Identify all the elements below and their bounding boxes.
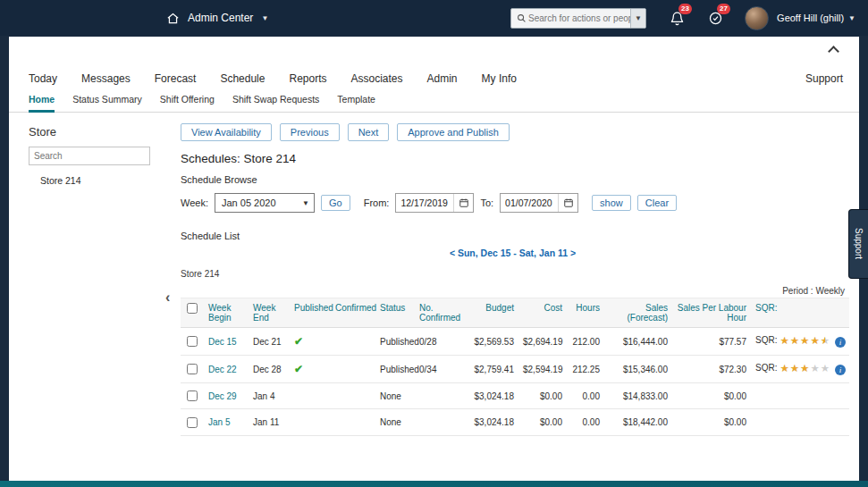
col-header-sqr[interactable]: SQR: xyxy=(751,298,849,328)
row-checkbox[interactable] xyxy=(187,364,198,374)
approvals-button[interactable]: 27 xyxy=(708,11,723,26)
table-row: Jan 5Jan 11None$3,024.18$0.000.00$18,442… xyxy=(181,409,849,435)
collapse-window-chevron-icon[interactable] xyxy=(828,46,839,57)
collapse-sidebar-chevron-icon[interactable]: ‹ xyxy=(165,290,170,305)
tab-my-info[interactable]: My Info xyxy=(482,72,517,85)
user-menu[interactable]: Geoff Hill (ghill) ▼ xyxy=(777,13,855,23)
to-date-input[interactable] xyxy=(501,197,558,208)
tab-schedule[interactable]: Schedule xyxy=(220,72,265,85)
schedule-list-label: Schedule List xyxy=(181,231,845,241)
tab-support[interactable]: Support xyxy=(805,72,843,85)
week-begin-link[interactable]: Jan 5 xyxy=(208,417,230,427)
week-begin-link[interactable]: Dec 29 xyxy=(208,391,237,401)
sidebar-items: Store 214 xyxy=(29,175,150,186)
sidebar-search-input[interactable] xyxy=(29,147,150,165)
cell-sales-per-labour-hour: $77.57 xyxy=(672,328,751,356)
from-calendar-button[interactable] xyxy=(453,194,473,212)
topbar: Admin Center ▼ ▼ 23 27 Geoff Hill (ghill xyxy=(0,0,868,36)
cell-week-begin: Dec 15 xyxy=(204,328,249,356)
published-check-icon: ✔ xyxy=(294,335,303,348)
cell-week-begin: Dec 29 xyxy=(204,383,249,409)
support-side-tab[interactable]: Support xyxy=(848,209,868,279)
sidebar-item-store-214[interactable]: Store 214 xyxy=(29,175,150,186)
col-header-budget[interactable]: Budget xyxy=(467,298,518,328)
approvals-badge: 27 xyxy=(717,4,730,14)
select-all-cell xyxy=(181,298,204,328)
app-title[interactable]: Admin Center xyxy=(188,12,253,24)
subtab-status-summary[interactable]: Status Summary xyxy=(72,94,142,112)
go-button[interactable]: Go xyxy=(321,195,350,211)
avatar[interactable] xyxy=(745,6,769,30)
col-header-sales-forecast[interactable]: Sales (Forecast) xyxy=(604,298,672,328)
subtab-shift-swap-requests[interactable]: Shift Swap Requests xyxy=(232,94,319,112)
schedule-table: Week BeginWeek EndPublishedConfirmedStat… xyxy=(181,298,849,436)
topbar-left: Admin Center ▼ xyxy=(166,12,268,25)
cell-confirmed xyxy=(331,383,375,409)
info-icon[interactable]: i xyxy=(835,365,846,375)
col-header-cost[interactable]: Cost xyxy=(518,298,567,328)
show-button[interactable]: show xyxy=(592,195,631,211)
body-row: Store Store 214 View AvailabilityPreviou… xyxy=(9,113,859,481)
store-label: Store 214 xyxy=(181,269,845,279)
bottom-strip xyxy=(0,481,868,487)
search-scope-dropdown[interactable]: ▼ xyxy=(630,9,645,28)
cell-sales-forecast: $16,444.00 xyxy=(604,328,672,356)
subtab-template[interactable]: Template xyxy=(337,94,375,112)
date-range-nav[interactable]: < Sun, Dec 15 - Sat, Jan 11 > xyxy=(181,248,845,258)
clear-button[interactable]: Clear xyxy=(637,195,677,211)
search-input[interactable] xyxy=(528,13,630,23)
previous-button[interactable]: Previous xyxy=(280,123,340,141)
select-all-checkbox[interactable] xyxy=(187,303,198,314)
page-title: Schedules: Store 214 xyxy=(181,152,845,165)
app-window: TodayMessagesForecastScheduleReportsAsso… xyxy=(9,37,859,481)
week-begin-link[interactable]: Dec 15 xyxy=(208,337,237,347)
tab-today[interactable]: Today xyxy=(29,72,57,85)
tab-associates[interactable]: Associates xyxy=(351,72,403,85)
cell-sales-per-labour-hour: $0.00 xyxy=(672,409,751,435)
tab-messages[interactable]: Messages xyxy=(81,72,131,85)
to-label: To: xyxy=(480,197,493,208)
home-icon[interactable] xyxy=(166,12,180,25)
week-select[interactable]: Jan 05 2020 ▼ xyxy=(215,193,315,213)
col-header-no-confirmed[interactable]: No. Confirmed xyxy=(415,298,467,328)
cell-select xyxy=(181,383,204,409)
table-body: Dec 15Dec 21✔Published0/28$2,569.53$2,69… xyxy=(181,328,849,436)
row-checkbox[interactable] xyxy=(187,417,198,428)
stars-filled: ★★★★★ xyxy=(780,336,825,347)
cell-hours: 212.25 xyxy=(567,356,604,383)
table-row: Dec 15Dec 21✔Published0/28$2,569.53$2,69… xyxy=(181,328,849,356)
col-header-sales-per-labour-hour[interactable]: Sales Per Labour Hour xyxy=(672,298,751,328)
week-begin-link[interactable]: Dec 22 xyxy=(208,365,237,374)
cell-sales-per-labour-hour: $72.30 xyxy=(672,356,751,383)
col-header-confirmed[interactable]: Confirmed xyxy=(331,298,375,328)
cell-status: Published xyxy=(375,328,415,356)
user-name: Geoff Hill (ghill) xyxy=(777,13,844,23)
view-availability-button[interactable]: View Availability xyxy=(181,123,272,141)
tab-reports[interactable]: Reports xyxy=(289,72,326,85)
col-header-published[interactable]: Published xyxy=(290,298,331,328)
info-icon[interactable]: i xyxy=(835,337,846,348)
published-check-icon: ✔ xyxy=(294,363,303,375)
cell-hours: 0.00 xyxy=(567,409,604,435)
col-header-week-begin[interactable]: Week Begin xyxy=(204,298,249,328)
cell-confirmed xyxy=(331,409,375,435)
row-checkbox[interactable] xyxy=(187,390,198,401)
cell-status: None xyxy=(375,409,415,435)
approve-and-publish-button[interactable]: Approve and Publish xyxy=(397,123,510,141)
subtab-shift-offering[interactable]: Shift Offering xyxy=(160,94,215,112)
tab-admin[interactable]: Admin xyxy=(427,72,458,85)
notifications-button[interactable]: 23 xyxy=(670,11,685,26)
next-button[interactable]: Next xyxy=(348,123,390,141)
col-header-status[interactable]: Status xyxy=(375,298,415,328)
cell-no-confirmed xyxy=(415,383,467,409)
col-header-week-end[interactable]: Week End xyxy=(249,298,290,328)
to-calendar-button[interactable] xyxy=(558,194,577,212)
subtab-home[interactable]: Home xyxy=(29,94,55,113)
cell-cost: $2,594.19 xyxy=(518,356,567,383)
from-date-input[interactable] xyxy=(396,197,453,208)
row-checkbox[interactable] xyxy=(187,336,198,347)
schedule-browse-label: Schedule Browse xyxy=(181,174,845,185)
col-header-hours[interactable]: Hours xyxy=(567,298,604,328)
search-icon xyxy=(517,13,527,23)
tab-forecast[interactable]: Forecast xyxy=(155,72,197,85)
